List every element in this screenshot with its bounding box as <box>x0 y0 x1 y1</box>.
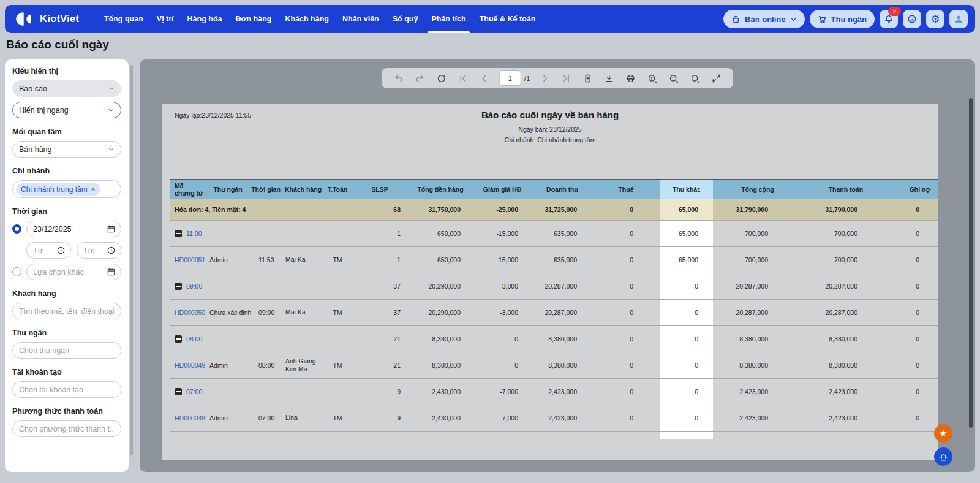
viewer-scrollbar[interactable] <box>969 98 973 428</box>
detail-cell-total: 2,430,000 <box>409 405 472 432</box>
collapse-icon[interactable] <box>175 283 182 290</box>
column-header-1[interactable]: Thu ngân <box>206 180 250 199</box>
column-header-7[interactable]: Giảm giá HĐ <box>472 180 533 199</box>
close-icon[interactable]: × <box>91 185 96 194</box>
time-to-input[interactable] <box>77 242 121 259</box>
payment-method-input[interactable] <box>12 420 121 437</box>
refresh-button[interactable] <box>435 72 448 85</box>
menu-item-3[interactable]: Đơn hàng <box>229 5 279 33</box>
group-time-link[interactable]: 08:00 <box>186 335 202 343</box>
ban-online-button[interactable]: Bán online <box>723 10 804 28</box>
menu-item-1[interactable]: Vị trí <box>150 5 181 33</box>
fullscreen-button[interactable] <box>709 72 723 85</box>
detail-cell-debt: 0 <box>889 247 938 273</box>
invoice-code-link[interactable]: HD000050 <box>175 309 205 316</box>
refresh-icon <box>437 74 447 83</box>
invoice-code-link[interactable]: HD000049 <box>175 362 205 369</box>
column-header-11[interactable]: Tổng cộng <box>713 180 802 199</box>
print-button[interactable] <box>624 72 637 85</box>
menu-item-4[interactable]: Khách hàng <box>278 5 336 33</box>
layout-select[interactable]: Hiển thị ngang <box>12 102 121 118</box>
invoice-code-link[interactable]: HD000048 <box>175 414 205 422</box>
column-header-4[interactable]: T.Toán <box>325 180 350 199</box>
other-date-field[interactable] <box>26 264 121 280</box>
creator-account-field[interactable] <box>12 381 121 398</box>
zoom-out-button[interactable] <box>666 72 680 85</box>
collapse-icon[interactable] <box>175 335 182 343</box>
column-header-6[interactable]: Tổng tiền hàng <box>409 180 472 199</box>
column-header-5[interactable]: SLSP <box>350 180 409 199</box>
menu-item-0[interactable]: Tổng quan <box>97 5 150 33</box>
menu-item-8[interactable]: Thuế & Kế toán <box>473 5 543 33</box>
settings-button[interactable]: ⚙ <box>926 10 944 28</box>
column-header-13[interactable]: Ghi nợ <box>889 180 938 199</box>
column-header-10[interactable]: Thu khác <box>660 180 713 199</box>
cell-cashier: Admin <box>206 247 250 273</box>
creator-account-input[interactable] <box>12 381 121 398</box>
last-page-button[interactable] <box>559 72 573 85</box>
column-header-8[interactable]: Doanh thu <box>533 180 592 199</box>
date-field[interactable] <box>26 221 121 237</box>
date-radio[interactable] <box>12 224 21 234</box>
notifications-button[interactable]: 2 <box>880 10 898 28</box>
group-cell-debt: 0 <box>889 379 938 405</box>
time-from-field[interactable] <box>26 242 71 259</box>
document-button[interactable] <box>581 72 594 85</box>
other-date-input[interactable] <box>26 264 121 280</box>
detail-cell-slsp: 9 <box>350 405 409 432</box>
column-header-9[interactable]: Thuế <box>592 180 660 199</box>
customer-field[interactable] <box>12 303 121 319</box>
thu-ngan-button[interactable]: Thu ngân <box>810 10 875 28</box>
other-date-radio[interactable] <box>12 267 21 276</box>
payment-method-field[interactable] <box>12 420 121 437</box>
column-header-3[interactable]: Khách hàng <box>282 180 325 199</box>
group-cell-total: 2,430,000 <box>409 379 472 405</box>
menu-item-5[interactable]: Nhân viên <box>336 5 386 33</box>
next-page-button[interactable] <box>538 72 551 85</box>
column-header-2[interactable]: Thời gian <box>250 180 282 199</box>
column-header-12[interactable]: Thanh toán <box>802 180 889 199</box>
display-type-value: Báo cáo <box>19 85 47 93</box>
first-page-button[interactable] <box>456 72 470 85</box>
redo-button[interactable] <box>413 72 427 85</box>
cashier-select-input[interactable] <box>12 342 121 359</box>
collapse-icon[interactable] <box>175 388 182 395</box>
page-number-input[interactable] <box>499 70 521 86</box>
menu-item-2[interactable]: Hàng hóa <box>181 5 229 33</box>
time-to-field[interactable] <box>77 242 121 259</box>
group-time-link[interactable]: 07:00 <box>186 388 202 395</box>
group-cell-other: 0 <box>660 326 713 352</box>
concern-select[interactable]: Bán hàng <box>12 141 121 158</box>
concern-value: Bán hàng <box>19 145 52 154</box>
support-fab-button[interactable] <box>934 447 952 466</box>
rating-fab-button[interactable]: ★ <box>934 424 952 443</box>
group-cell-grand: 2,423,000 <box>713 379 802 405</box>
sidebar-scrollbar[interactable] <box>130 65 133 455</box>
search-button[interactable] <box>688 72 701 85</box>
date-input[interactable] <box>26 221 121 237</box>
report-branch-line: Chi nhánh: Chi nhánh trung tâm <box>162 136 938 143</box>
branch-select[interactable]: Chi nhánh trung tâm × <box>12 180 121 198</box>
download-button[interactable] <box>602 72 616 85</box>
help-button[interactable]: ? <box>903 10 921 28</box>
group-time-link[interactable]: 09:00 <box>186 283 202 290</box>
summary-cell-discount: -25,000 <box>472 199 533 221</box>
column-header-0[interactable]: Mã chứng từ <box>170 180 206 199</box>
detail-cell-total: 650,000 <box>409 247 472 273</box>
group-cell-tax: 0 <box>592 326 660 352</box>
account-button[interactable] <box>949 10 968 28</box>
invoice-code-link[interactable]: HD000051 <box>175 256 205 264</box>
zoom-in-icon <box>647 74 657 83</box>
time-from-input[interactable] <box>26 242 71 259</box>
group-time-link[interactable]: 11:00 <box>186 230 202 237</box>
collapse-icon[interactable] <box>175 230 182 237</box>
customer-search-input[interactable] <box>12 303 121 319</box>
prev-page-button[interactable] <box>478 72 491 85</box>
display-type-select[interactable]: Báo cáo <box>12 80 121 97</box>
zoom-in-button[interactable] <box>645 72 658 85</box>
menu-item-6[interactable]: Sổ quỹ <box>386 5 425 33</box>
undo-button[interactable] <box>392 72 405 85</box>
cashier-field[interactable] <box>12 342 121 359</box>
menu-item-7[interactable]: Phân tích <box>424 5 472 33</box>
detail-cell-other: 0 <box>660 300 713 326</box>
